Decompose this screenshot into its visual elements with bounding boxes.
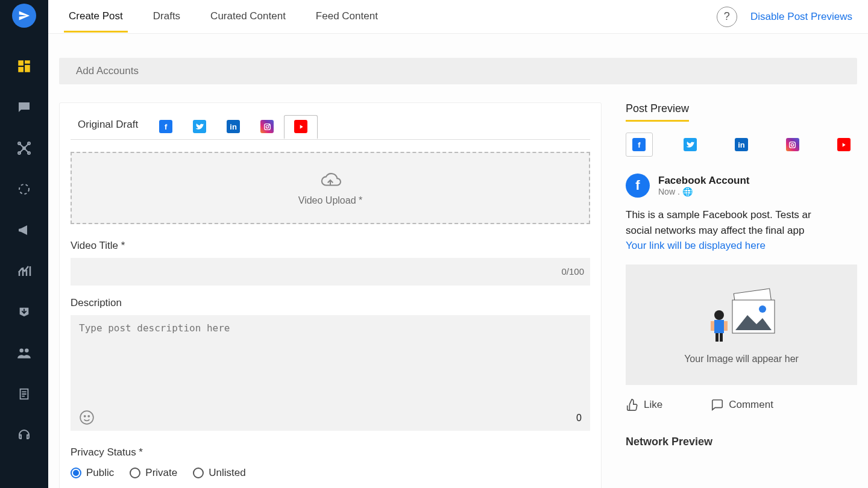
privacy-options: Public Private Unlisted: [71, 467, 590, 479]
post-editor: Original Draft f in Video Upload * Video…: [59, 102, 602, 488]
description-input[interactable]: [71, 315, 590, 405]
preview-body-text: This is a sample Facebook post. Tests ar…: [626, 207, 857, 254]
tab-drafts[interactable]: Drafts: [148, 1, 185, 33]
add-accounts-bar[interactable]: Add Accounts: [59, 58, 857, 84]
preview-network-tabs: f in: [626, 133, 857, 157]
video-title-label: Video Title *: [71, 240, 590, 252]
emoji-icon: [79, 410, 95, 425]
svg-point-18: [88, 416, 89, 417]
tab-feed-content[interactable]: Feed Content: [311, 1, 383, 33]
description-label: Description: [71, 297, 590, 309]
preview-tab-instagram[interactable]: [779, 133, 806, 157]
like-label: Like: [644, 399, 662, 411]
svg-rect-28: [724, 321, 728, 331]
svg-rect-19: [790, 142, 796, 148]
network-tabs: Original Draft f in: [71, 114, 590, 140]
svg-rect-0: [18, 60, 24, 66]
youtube-icon: [837, 138, 851, 151]
tab-original-draft[interactable]: Original Draft: [72, 114, 149, 139]
facebook-icon: f: [632, 138, 646, 151]
dashboard-icon[interactable]: [16, 58, 33, 75]
preview-timestamp: Now . 🌐: [658, 187, 749, 196]
tab-curated-content[interactable]: Curated Content: [206, 1, 291, 33]
cloud-upload-icon: [318, 170, 342, 190]
svg-point-10: [19, 348, 24, 352]
preview-link-placeholder[interactable]: Your link will be displayed here: [626, 240, 766, 251]
document-icon[interactable]: [16, 386, 33, 402]
tab-create-post[interactable]: Create Post: [64, 1, 128, 33]
preview-tab-facebook[interactable]: f: [626, 133, 653, 157]
support-icon[interactable]: [16, 427, 33, 443]
radio-private[interactable]: Private: [130, 467, 177, 479]
svg-point-14: [266, 125, 268, 128]
preview-image-caption: Your Image will appear her: [684, 354, 799, 364]
add-accounts-label: Add Accounts: [76, 65, 139, 77]
download-icon[interactable]: [16, 304, 33, 321]
linkedin-icon: in: [227, 120, 240, 133]
preview-tab-twitter[interactable]: [677, 133, 704, 157]
svg-rect-3: [18, 67, 24, 72]
comment-icon: [711, 398, 724, 411]
preview-tab-linkedin[interactable]: in: [728, 133, 755, 157]
target-icon[interactable]: [16, 181, 33, 198]
video-upload-dropzone[interactable]: Video Upload *: [71, 152, 590, 224]
left-sidebar: [0, 0, 48, 488]
network-preview-heading: Network Preview: [626, 436, 857, 448]
comment-label: Comment: [729, 399, 773, 411]
tab-youtube[interactable]: [284, 115, 318, 139]
svg-point-16: [80, 411, 93, 424]
help-button[interactable]: ?: [717, 7, 737, 27]
svg-rect-2: [25, 65, 30, 72]
radio-public-label: Public: [86, 467, 114, 479]
twitter-icon: [193, 120, 206, 133]
linkedin-icon: in: [735, 138, 748, 151]
preview-image-placeholder: Your Image will appear her: [626, 264, 857, 385]
emoji-button[interactable]: [79, 410, 96, 427]
radio-public[interactable]: Public: [71, 467, 114, 479]
svg-point-9: [19, 184, 29, 194]
instagram-icon: [260, 120, 274, 133]
connections-icon[interactable]: [16, 140, 33, 157]
svg-rect-29: [715, 333, 719, 342]
preview-account-name: Facebook Account: [658, 175, 749, 187]
app-logo[interactable]: [12, 4, 36, 28]
radio-unlisted[interactable]: Unlisted: [193, 467, 245, 479]
svg-point-11: [25, 348, 29, 352]
description-counter: 0: [576, 413, 582, 424]
svg-point-15: [269, 124, 269, 125]
post-preview-panel: Post Preview f in f Facebook Account Now…: [626, 102, 857, 488]
svg-point-24: [759, 305, 766, 313]
preview-tab-youtube[interactable]: [830, 133, 857, 157]
svg-rect-26: [714, 320, 724, 333]
messages-icon[interactable]: [16, 99, 33, 116]
youtube-icon: [294, 120, 307, 133]
radio-unlisted-label: Unlisted: [209, 467, 245, 479]
svg-point-17: [84, 416, 86, 417]
like-button[interactable]: Like: [626, 398, 662, 411]
tab-linkedin[interactable]: in: [216, 114, 250, 139]
privacy-status-label: Privacy Status *: [71, 446, 590, 458]
instagram-icon: [786, 138, 799, 151]
twitter-icon: [684, 138, 697, 151]
tab-instagram[interactable]: [250, 114, 284, 139]
analytics-icon[interactable]: [16, 263, 33, 280]
thumbs-up-icon: [626, 398, 639, 411]
radio-private-label: Private: [145, 467, 177, 479]
svg-rect-1: [25, 60, 30, 63]
top-tabbar: Create Post Drafts Curated Content Feed …: [48, 0, 868, 34]
main-content: Create Post Drafts Curated Content Feed …: [48, 0, 868, 488]
tab-facebook[interactable]: f: [149, 114, 183, 139]
comment-button[interactable]: Comment: [711, 398, 773, 411]
image-placeholder-icon: [702, 285, 781, 345]
megaphone-icon[interactable]: [16, 222, 33, 239]
tab-twitter[interactable]: [183, 114, 216, 139]
svg-rect-27: [711, 321, 714, 331]
facebook-icon: f: [159, 120, 172, 133]
disable-previews-link[interactable]: Disable Post Previews: [750, 11, 852, 23]
svg-point-20: [791, 143, 794, 146]
team-icon[interactable]: [16, 345, 33, 361]
preview-title: Post Preview: [626, 102, 689, 122]
video-title-counter: 0/100: [64, 266, 584, 277]
svg-point-25: [714, 310, 724, 320]
svg-rect-30: [720, 333, 723, 342]
